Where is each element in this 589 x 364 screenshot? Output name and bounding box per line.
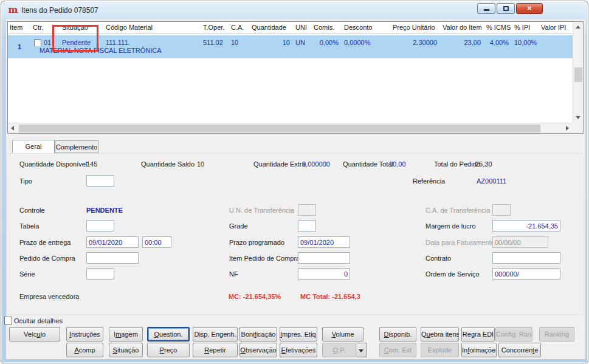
scrollbar-corner bbox=[573, 123, 583, 133]
col-ctr[interactable]: Ctr. bbox=[31, 22, 60, 33]
quebra-itens-button[interactable]: Quebra itens bbox=[421, 327, 459, 342]
pedido-compra-label: Pedido de Compra bbox=[19, 255, 75, 262]
col-valor-item[interactable]: Valor do Item bbox=[441, 22, 484, 33]
table-row[interactable]: 1 01 Pendente 111.111. 511.02 10 10 UN 0… bbox=[8, 35, 573, 58]
client-area: Item Ctr. Situação Código Material T.Ope… bbox=[6, 19, 585, 359]
cell-t-oper: 511.02 bbox=[201, 37, 229, 46]
com-ext-button: Com. Ext bbox=[379, 343, 416, 357]
referencia-value: AZ000111 bbox=[477, 177, 506, 185]
col-uni[interactable]: UNI bbox=[294, 22, 312, 33]
col-ipi[interactable]: % IPI bbox=[512, 22, 539, 33]
app-logo-icon: m bbox=[8, 5, 18, 15]
prazo-entrega-date-input[interactable] bbox=[86, 236, 139, 248]
ordem-servico-input[interactable] bbox=[492, 268, 560, 280]
op-dropdown-button[interactable] bbox=[356, 343, 367, 357]
tabela-input[interactable] bbox=[86, 220, 114, 232]
col-item[interactable]: Item bbox=[8, 22, 31, 33]
minimize-button[interactable] bbox=[477, 3, 495, 14]
prazo-programado-input[interactable] bbox=[298, 236, 350, 248]
scroll-up-button[interactable] bbox=[573, 22, 584, 32]
tab-complemento[interactable]: Complemento bbox=[55, 140, 98, 153]
disponib-button[interactable]: Disponib. bbox=[379, 327, 416, 342]
data-faturamento-label: Data para Faturamento bbox=[425, 239, 495, 246]
arrow-right-icon bbox=[566, 126, 569, 131]
col-quantidade[interactable]: Quantidade bbox=[250, 22, 294, 33]
minimize-icon bbox=[484, 9, 489, 11]
instrucoes-button[interactable]: Instruções bbox=[66, 327, 103, 342]
window-title: Itens do Pedido 078507 bbox=[21, 6, 98, 15]
col-comis[interactable]: Comis. bbox=[312, 22, 342, 33]
prazo-entrega-time-input[interactable] bbox=[142, 236, 171, 248]
acomp-button[interactable]: Acomp bbox=[66, 343, 103, 357]
col-ca[interactable]: C.A. bbox=[229, 22, 250, 33]
arrow-left-icon bbox=[11, 126, 14, 131]
referencia-label: Referência bbox=[413, 177, 445, 185]
imagem-button[interactable]: Imagem bbox=[109, 327, 143, 342]
ordem-servico-label: Ordem de Serviço bbox=[425, 270, 480, 278]
horizontal-scroll-thumb[interactable] bbox=[19, 125, 540, 132]
disp-engenh-button[interactable]: Disp. Engenh. bbox=[193, 327, 238, 342]
pedido-compra-input[interactable] bbox=[86, 252, 139, 264]
vertical-scroll-thumb[interactable] bbox=[574, 67, 582, 82]
vertical-scrollbar[interactable] bbox=[573, 22, 583, 123]
informacoes-button[interactable]: Informações bbox=[461, 343, 497, 357]
col-icms[interactable]: % ICMS bbox=[484, 22, 512, 33]
mc-total-value: MC Total: -21.654,3 bbox=[300, 293, 378, 300]
ranking-button: Ranking bbox=[539, 327, 574, 342]
cell-codigo-material: 111.111. bbox=[104, 37, 201, 46]
col-valor-ipi[interactable]: Valor IPI bbox=[539, 22, 570, 33]
item-pedido-compra-input[interactable] bbox=[298, 252, 350, 264]
col-desconto[interactable]: Desconto bbox=[342, 22, 391, 33]
serie-input[interactable] bbox=[86, 268, 114, 280]
controle-label: Controle bbox=[19, 207, 45, 214]
scroll-down-button[interactable] bbox=[573, 112, 584, 123]
horizontal-scrollbar[interactable] bbox=[8, 123, 573, 133]
veiculo-button[interactable]: Veículo bbox=[9, 327, 60, 342]
margem-lucro-input[interactable] bbox=[492, 220, 560, 232]
grade-input[interactable] bbox=[298, 220, 316, 232]
controle-value: PENDENTE bbox=[86, 207, 123, 214]
item-pedido-compra-label: Item Pedido de Compra bbox=[229, 255, 300, 262]
repetir-button[interactable]: Repetir bbox=[193, 343, 238, 357]
quantidade-saldo-value: 10 bbox=[197, 160, 204, 168]
ocultar-detalhes-label: Ocultar detalhes bbox=[14, 317, 63, 325]
ocultar-detalhes-checkbox[interactable] bbox=[4, 317, 12, 325]
preco-button[interactable]: Preço bbox=[147, 343, 190, 357]
tipo-input[interactable] bbox=[86, 175, 114, 187]
situacao-button[interactable]: Situação bbox=[109, 343, 143, 357]
row-checkbox[interactable] bbox=[34, 39, 41, 46]
titlebar[interactable]: m Itens do Pedido 078507 ✕ bbox=[1, 1, 588, 19]
cell-ctr: 01 bbox=[31, 37, 60, 46]
serie-label: Série bbox=[19, 270, 35, 278]
col-preco-unitario[interactable]: Preço Unitário bbox=[391, 22, 441, 33]
tabela-label: Tabela bbox=[19, 222, 39, 230]
col-codigo-material[interactable]: Código Material bbox=[104, 22, 201, 33]
op-button: O.P. bbox=[322, 343, 356, 357]
scroll-right-button[interactable] bbox=[562, 123, 573, 134]
ca-transferencia-input bbox=[492, 204, 511, 216]
impres-etiq-button[interactable]: Impres. Etiq. bbox=[280, 327, 317, 342]
close-button[interactable]: ✕ bbox=[516, 3, 543, 14]
order-items-window: m Itens do Pedido 078507 ✕ Item Ctr. Sit… bbox=[1, 1, 588, 363]
prazo-programado-label: Prazo programado bbox=[229, 239, 284, 246]
col-situacao[interactable]: Situação bbox=[60, 22, 104, 33]
volume-button[interactable]: Volume bbox=[322, 327, 363, 342]
observacao-button[interactable]: Observação bbox=[239, 343, 277, 357]
scroll-left-button[interactable] bbox=[8, 123, 18, 134]
nf-input[interactable] bbox=[298, 268, 350, 280]
contrato-input[interactable] bbox=[492, 252, 560, 264]
col-t-oper[interactable]: T.Oper. bbox=[201, 22, 229, 33]
tab-geral[interactable]: Geral bbox=[12, 140, 55, 153]
ca-transferencia-label: C.A. de Transferência bbox=[425, 207, 490, 214]
bonificacao-button[interactable]: Bonificação bbox=[239, 327, 277, 342]
efetivacoes-button[interactable]: Efetivações bbox=[280, 343, 317, 357]
concorrente-button[interactable]: Concorrente bbox=[498, 343, 541, 357]
quantidade-disponivel-value: 145 bbox=[86, 160, 97, 168]
question-button[interactable]: Question. bbox=[147, 327, 190, 342]
un-transferencia-input bbox=[298, 204, 316, 216]
close-icon: ✕ bbox=[527, 5, 532, 12]
regra-edi-button[interactable]: Regra EDI bbox=[461, 327, 495, 342]
cell-valor-ipi bbox=[539, 37, 570, 46]
maximize-button[interactable] bbox=[497, 3, 515, 14]
cell-ca: 10 bbox=[229, 37, 250, 46]
